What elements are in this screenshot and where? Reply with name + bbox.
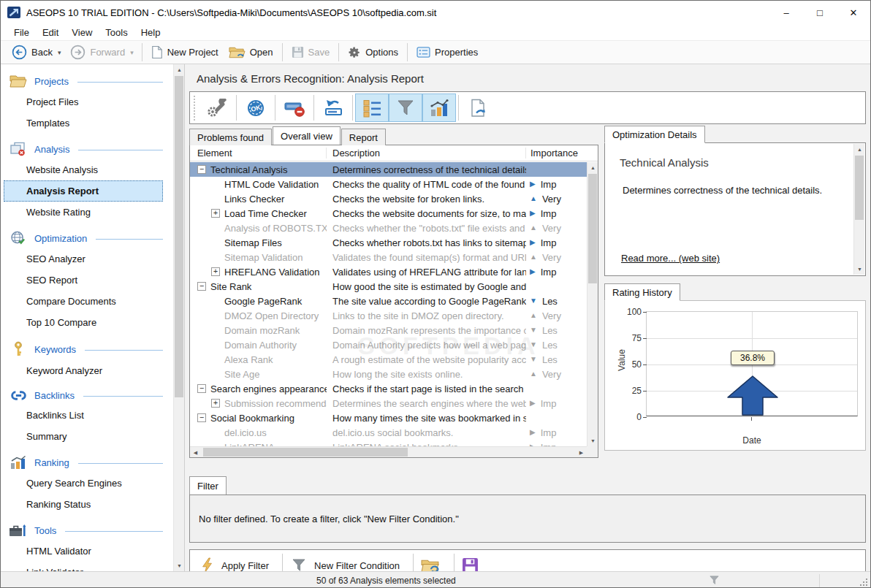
scroll-thumb[interactable] — [203, 448, 408, 457]
table-row-submission-recommendati[interactable]: +Submission recommendati...Determines th… — [190, 396, 587, 411]
filter-icon-button[interactable] — [389, 93, 422, 122]
tab-filter[interactable]: Filter — [189, 476, 227, 495]
toolbar-grip[interactable] — [194, 96, 196, 121]
sidebar-item-keyword-analyzer[interactable]: Keyword Analyzer — [4, 360, 163, 381]
table-row-analysis-of-robots-txt-file[interactable]: Analysis of ROBOTS.TXT fileChecks whethe… — [190, 221, 587, 235]
sidebar-group-backlinks[interactable]: Backlinks — [1, 384, 173, 405]
sidebar-item-analysis-report[interactable]: Analysis Report — [4, 180, 163, 202]
table-row-domain-authority[interactable]: Domain AuthorityDomain Authority predict… — [190, 337, 587, 352]
forward-dropdown-icon[interactable]: ▾ — [130, 49, 138, 56]
tab-report[interactable]: Report — [341, 129, 386, 145]
table-row-search-engines-appearance[interactable]: −Search engines appearanceChecks if the … — [190, 381, 587, 396]
menu-edit[interactable]: Edit — [36, 27, 65, 38]
table-row-alexa-rank[interactable]: Alexa RankA rough estimate of the websit… — [190, 352, 587, 367]
tab-optimization-details[interactable]: Optimization Details — [604, 126, 705, 143]
menu-view[interactable]: View — [65, 27, 99, 38]
table-row-sitemap-validation[interactable]: Sitemap ValidationValidates the found si… — [190, 250, 587, 264]
table-row-linkarena[interactable]: LinkARENALinkARENA social bookmarks.▶Imp — [190, 440, 587, 446]
new-filter-condition-button[interactable]: New Filter Condition — [289, 557, 407, 571]
sidebar-group-tools[interactable]: Tools — [1, 518, 173, 541]
apply-filter-button[interactable]: Apply Filter — [199, 557, 276, 571]
tab-problems-found[interactable]: Problems found — [189, 129, 272, 145]
column-header-importance[interactable]: Importance — [526, 148, 598, 159]
sidebar-item-seo-analyzer[interactable]: SEO Analyzer — [4, 248, 163, 270]
sidebar-item-templates[interactable]: Templates — [4, 112, 163, 134]
ok-stamp-icon-button[interactable]: OK — [239, 93, 273, 122]
column-header-element[interactable]: Element — [190, 148, 327, 159]
load-filter-button[interactable] — [419, 558, 448, 572]
scroll-thumb[interactable] — [175, 76, 183, 397]
table-row-google-pagerank[interactable]: Google PageRankThe site value according … — [190, 294, 587, 308]
sidebar-item-website-analysis[interactable]: Website Analysis — [4, 159, 163, 180]
properties-button[interactable]: Properties — [411, 42, 483, 62]
table-row-dmoz-open-directory[interactable]: DMOZ Open DirectoryLinks to the site in … — [190, 308, 587, 323]
expand-icon[interactable]: + — [211, 267, 220, 276]
menu-tools[interactable]: Tools — [99, 27, 134, 38]
table-vertical-scrollbar[interactable]: ▲ ▼ — [587, 162, 598, 446]
table-row-technical-analysis[interactable]: −Technical AnalysisDetermines correctnes… — [190, 162, 587, 177]
sidebar-scrollbar[interactable]: ▲ ▼ — [173, 64, 184, 571]
scroll-thumb[interactable] — [588, 174, 597, 283]
sidebar-group-ranking[interactable]: Ranking — [1, 450, 173, 473]
sidebar-group-projects[interactable]: Projects — [1, 69, 173, 91]
sidebar-item-summary[interactable]: Summary — [4, 426, 163, 447]
table-row-social-bookmarking[interactable]: −Social BookmarkingHow many times the si… — [190, 411, 587, 425]
scroll-down-icon[interactable]: ▼ — [174, 560, 185, 571]
scroll-down-icon[interactable]: ▼ — [587, 435, 598, 446]
table-row-links-checker[interactable]: Links CheckerChecks the website for brok… — [190, 191, 587, 206]
minimize-button[interactable]: – — [769, 1, 803, 24]
table-row-sitemap-files[interactable]: Sitemap FilesChecks whether robots.txt h… — [190, 235, 587, 250]
collapse-icon[interactable]: − — [197, 413, 206, 422]
tab-overall-view[interactable]: Overall view — [273, 126, 341, 145]
back-button[interactable]: Back — [7, 42, 58, 62]
scroll-up-icon[interactable]: ▲ — [174, 64, 185, 75]
reset-icon-button[interactable] — [316, 93, 350, 122]
table-row-domain-mozrank[interactable]: Domain mozRankDomain mozRank represents … — [190, 323, 587, 337]
expand-icon[interactable]: + — [211, 209, 220, 218]
table-row-site-age[interactable]: Site AgeHow long the site exists online.… — [190, 367, 587, 381]
table-row-load-time-checker[interactable]: +Load Time CheckerChecks the website doc… — [190, 206, 587, 221]
scroll-up-icon[interactable]: ▲ — [854, 144, 865, 155]
read-more-link[interactable]: Read more... (web site) — [621, 253, 720, 264]
expand-icon[interactable]: + — [211, 399, 220, 408]
table-row-hreflang-validation[interactable]: +HREFLANG ValidationValidates using of H… — [190, 264, 587, 279]
maximize-button[interactable]: □ — [803, 1, 837, 24]
open-button[interactable]: Open — [224, 42, 278, 62]
scroll-thumb[interactable] — [855, 156, 864, 220]
resize-grip[interactable] — [859, 578, 868, 587]
sidebar-item-website-rating[interactable]: Website Rating — [4, 202, 163, 223]
forward-button[interactable]: Forward — [65, 42, 130, 62]
status-funnel-icon[interactable] — [708, 575, 720, 586]
sidebar-item-seo-report[interactable]: SEO Report — [4, 270, 163, 291]
export-icon-button[interactable] — [461, 93, 495, 122]
collapse-icon[interactable]: − — [197, 165, 206, 174]
collapse-icon[interactable]: − — [197, 384, 206, 393]
options-button[interactable]: Options — [343, 42, 403, 62]
details-scrollbar[interactable]: ▲ ▼ — [853, 144, 864, 275]
tab-rating-history[interactable]: Rating History — [604, 283, 680, 301]
table-horizontal-scrollbar[interactable]: ◀ ▶ — [190, 446, 587, 457]
checklist-icon-button[interactable] — [355, 93, 389, 122]
save-button[interactable]: Save — [286, 42, 335, 62]
new-project-button[interactable]: New Project — [146, 42, 224, 62]
sidebar-item-project-files[interactable]: Project Files — [4, 91, 163, 112]
sidebar-item-compare-documents[interactable]: Compare Documents — [4, 291, 163, 312]
collapse-icon[interactable]: − — [197, 282, 206, 291]
sidebar-item-link-validator[interactable]: Link Validator — [4, 562, 163, 571]
table-row-html-code-validation[interactable]: HTML Code ValidationChecks the quality o… — [190, 177, 587, 191]
sidebar-item-query-search-engines[interactable]: Query Search Engines — [4, 473, 163, 494]
sidebar-group-keywords[interactable]: Keywords — [1, 336, 173, 360]
scroll-down-icon[interactable]: ▼ — [854, 264, 865, 275]
menu-help[interactable]: Help — [134, 27, 167, 38]
sidebar-item-backlinks-list[interactable]: Backlinks List — [4, 405, 163, 426]
sidebar-group-optimization[interactable]: Optimization — [1, 226, 173, 248]
remove-icon-button[interactable] — [278, 93, 311, 122]
scroll-right-icon[interactable]: ▶ — [576, 447, 587, 458]
sidebar-group-analysis[interactable]: Analysis — [1, 137, 173, 159]
scroll-left-icon[interactable]: ◀ — [190, 447, 201, 458]
table-row-site-rank[interactable]: −Site RankHow good the site is estimated… — [190, 279, 587, 294]
scroll-up-icon[interactable]: ▲ — [587, 162, 598, 173]
save-filter-button[interactable] — [460, 557, 486, 572]
sidebar-item-html-validator[interactable]: HTML Validator — [4, 541, 163, 562]
table-row-del-icio-us[interactable]: del.icio.usdel.icio.us social bookmarks.… — [190, 425, 587, 440]
